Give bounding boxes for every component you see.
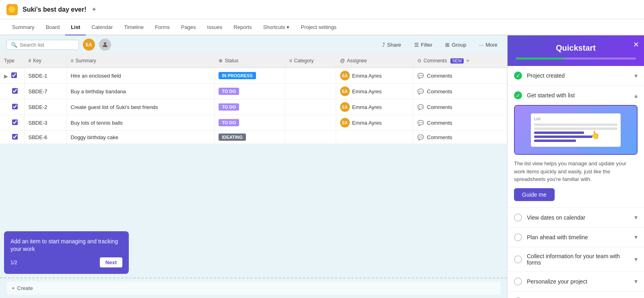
- qs-item-label: Personalize your project: [527, 278, 634, 285]
- qs-item-label: Get started with list: [527, 92, 634, 99]
- list-preview-label: List: [534, 117, 617, 121]
- tab-project-settings[interactable]: Project settings: [295, 19, 342, 35]
- tab-shortcuts[interactable]: Shortcuts ▾: [258, 19, 295, 35]
- tooltip-step: 1/2: [10, 260, 17, 265]
- guide-me-button[interactable]: Guide me: [514, 188, 555, 201]
- qs-item-header[interactable]: Find help and give feedback ▾: [508, 292, 644, 298]
- toolbar: 🔍 EA ⤴ Share ☰ Filter ⊞: [0, 35, 507, 54]
- assignee-name: Emma Ayres: [352, 120, 382, 126]
- qs-item-forms: Collect information for your team with f…: [508, 247, 644, 272]
- tooltip-footer: 1/2 Next: [10, 257, 122, 267]
- row-checkbox[interactable]: [12, 134, 18, 140]
- comment-icon: 💬: [417, 73, 424, 79]
- list-row-accent: [534, 132, 584, 134]
- status-cell[interactable]: IDEATING: [215, 131, 285, 144]
- comment-icon: 💬: [417, 120, 424, 126]
- tab-calendar[interactable]: Calendar: [86, 19, 118, 35]
- qs-check: [514, 214, 522, 222]
- assignee-avatar: EA: [340, 71, 350, 80]
- category-cell: [285, 115, 336, 131]
- quickstart-panel: Quickstart ✕ ✓ Project created ▾ ✓ Get s…: [507, 35, 644, 298]
- row-checkbox[interactable]: [12, 88, 18, 94]
- status-cell[interactable]: TO DO: [215, 115, 285, 131]
- status-badge: TO DO: [219, 103, 239, 111]
- qs-check-done: ✓: [514, 72, 522, 80]
- tab-timeline[interactable]: Timeline: [118, 19, 149, 35]
- share-icon: ⤴: [382, 42, 385, 48]
- comments-cell[interactable]: 💬 Comments: [413, 131, 507, 144]
- qs-item-header[interactable]: Collect information for your team with f…: [508, 247, 644, 271]
- qs-item-label: Plan ahead with timeline: [527, 234, 634, 240]
- key-cell: SBDE-7: [24, 84, 66, 99]
- category-cell: [285, 131, 336, 144]
- comment-icon: 💬: [417, 88, 424, 95]
- comment-icon: 💬: [417, 104, 424, 110]
- chevron-down-icon: ▾: [634, 233, 638, 241]
- qs-item-project-created: ✓ Project created ▾: [508, 66, 644, 86]
- add-column-button[interactable]: +: [466, 57, 469, 64]
- status-cell[interactable]: TO DO: [215, 99, 285, 115]
- qs-expanded-content: List 👆 The list view helps you manage an…: [508, 105, 644, 208]
- more-button[interactable]: ··· More: [476, 40, 501, 49]
- create-row: + Create: [0, 277, 507, 298]
- filter-icon: ☰: [414, 42, 419, 48]
- next-button[interactable]: Next: [100, 257, 122, 267]
- create-button[interactable]: + Create: [6, 282, 501, 295]
- tab-issues[interactable]: Issues: [202, 19, 228, 35]
- status-cell[interactable]: IN PROGRESS: [215, 68, 285, 84]
- avatar-group[interactable]: [99, 39, 111, 51]
- status-cell[interactable]: TO DO: [215, 84, 285, 99]
- assignee-icon: @: [340, 58, 345, 64]
- app-icon: 🟡: [6, 4, 18, 15]
- tab-board[interactable]: Board: [40, 19, 66, 35]
- assignee-name: Emma Ayres: [352, 88, 382, 95]
- summary-cell: Buy lots of tennis balls: [66, 115, 215, 131]
- qs-item-header[interactable]: Personalize your project ▾: [508, 272, 644, 291]
- qs-item-get-started: ✓ Get started with list ▴ List: [508, 86, 644, 208]
- search-input[interactable]: [20, 42, 74, 48]
- filter-button[interactable]: ☰ Filter: [411, 40, 436, 49]
- tab-list[interactable]: List: [65, 19, 86, 35]
- qs-check: [514, 233, 522, 241]
- type-cell: [0, 115, 24, 131]
- list-row: [534, 127, 617, 130]
- share-button[interactable]: ⤴ Share: [379, 40, 405, 49]
- key-cell: SBDE-3: [24, 115, 66, 131]
- qs-item-header[interactable]: ✓ Project created ▾: [508, 66, 644, 85]
- row-checkbox[interactable]: [11, 72, 17, 78]
- comments-cell[interactable]: 💬 Comments: [413, 84, 507, 99]
- tab-forms[interactable]: Forms: [149, 19, 175, 35]
- search-box[interactable]: 🔍: [6, 40, 79, 50]
- avatar-ea[interactable]: EA: [83, 39, 95, 51]
- row-checkbox[interactable]: [12, 119, 18, 125]
- th-summary: ≡ Summary: [66, 54, 215, 68]
- close-quickstart-button[interactable]: ✕: [633, 40, 639, 49]
- expand-arrow[interactable]: ▶: [4, 73, 8, 79]
- qs-item-label: Project created: [527, 72, 634, 79]
- comments-cell[interactable]: 💬 Comments: [413, 68, 507, 84]
- tab-reports[interactable]: Reports: [228, 19, 258, 35]
- tooltip-popup: Add an item to start managing and tracki…: [4, 231, 129, 274]
- tab-pages[interactable]: Pages: [175, 19, 202, 35]
- summary-cell: Doggy birthday cake: [66, 131, 215, 144]
- qs-item-header[interactable]: View dates on calendar ▾: [508, 208, 644, 227]
- status-badge: IN PROGRESS: [219, 72, 256, 79]
- qs-item-header[interactable]: ✓ Get started with list ▴: [508, 86, 644, 105]
- ai-icon[interactable]: ✦: [91, 6, 97, 13]
- qs-item-personalize: Personalize your project ▾: [508, 272, 644, 292]
- assignee-cell: EA Emma Ayres: [336, 68, 413, 84]
- chevron-up-icon: ▴: [634, 92, 638, 99]
- tab-summary[interactable]: Summary: [6, 19, 40, 35]
- group-button[interactable]: ⊞ Group: [442, 40, 469, 49]
- toolbar-right: ⤴ Share ☰ Filter ⊞ Group ··· More: [379, 40, 501, 49]
- progress-bar-container: [516, 58, 636, 60]
- project-title: Suki's best day ever!: [23, 6, 87, 13]
- progress-bar-fill: [516, 58, 564, 60]
- qs-item-label: Collect information for your team with f…: [527, 253, 634, 266]
- qs-item-label: View dates on calendar: [527, 214, 634, 221]
- qs-item-header[interactable]: Plan ahead with timeline ▾: [508, 228, 644, 247]
- comments-cell[interactable]: 💬 Comments: [413, 99, 507, 115]
- comments-cell[interactable]: 💬 Comments: [413, 115, 507, 131]
- qs-item-timeline: Plan ahead with timeline ▾: [508, 228, 644, 247]
- row-checkbox[interactable]: [12, 104, 18, 109]
